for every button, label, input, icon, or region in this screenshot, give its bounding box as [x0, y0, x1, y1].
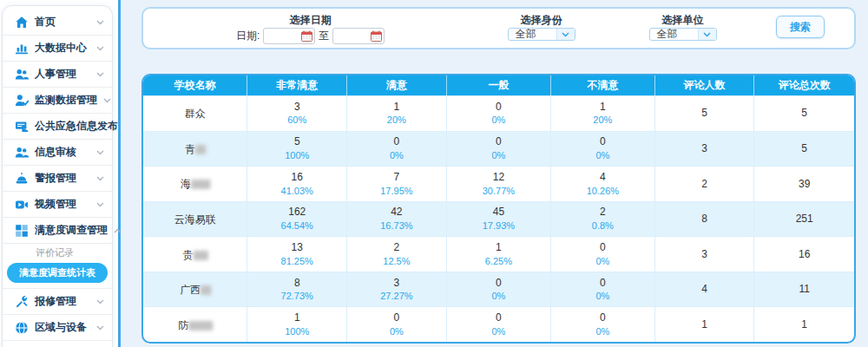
sidebar-item-label: 满意度调查管理	[35, 223, 108, 238]
date-from-input[interactable]	[263, 28, 315, 44]
sidebar-item-3[interactable]: 监测数据管理	[3, 88, 112, 114]
people-icon	[14, 68, 29, 82]
redacted-text: █████	[188, 321, 212, 330]
satisfied-cell: 212.5%	[347, 236, 447, 272]
chevron-down-icon	[556, 29, 575, 40]
person-check-icon	[14, 94, 29, 108]
commenters-cell: 3	[655, 131, 755, 167]
unsatisfied-cell: 20.8%	[551, 201, 655, 237]
neutral-cell: 00%	[447, 272, 551, 307]
sidebar-item-label: 首页	[35, 15, 90, 29]
main-content: 选择日期 日期: 至 选择身份 全部 选择单位 全部	[121, 0, 868, 347]
satisfied-cell: 120%	[347, 95, 447, 131]
sidebar-item-label: 视频管理	[35, 197, 90, 212]
satisfied-cell: 327.27%	[347, 272, 447, 307]
sidebar-item-label: 警报管理	[35, 171, 90, 186]
unit-filter-label: 选择单位	[662, 13, 704, 28]
sidebar-item-6[interactable]: 警报管理	[3, 166, 112, 192]
commenters-cell: 3	[655, 236, 755, 272]
very_satisfied-cell: 16264.54%	[247, 201, 347, 237]
globe-icon	[14, 321, 29, 335]
sidebar-item-0[interactable]: 首页	[3, 10, 112, 36]
total_comments-cell: 5	[754, 131, 854, 167]
identity-filter-label: 选择身份	[521, 13, 562, 28]
unit-filter-group: 选择单位 全部	[612, 11, 753, 45]
school-name-cell: 广西██	[143, 272, 247, 307]
home-icon	[14, 16, 29, 29]
sidebar-item-8[interactable]: 满意度调查管理	[3, 218, 112, 244]
total_comments-cell: 39	[754, 166, 854, 201]
sidebar-item-5[interactable]: 信息审核	[3, 140, 112, 166]
sidebar-item-label: 公共应急信息发布	[35, 119, 118, 134]
redacted-text: ██	[201, 285, 210, 294]
calendar-icon	[301, 30, 312, 42]
date-filter-group: 选择日期 日期: 至	[150, 11, 470, 45]
total_comments-cell: 251	[754, 201, 854, 237]
column-header: 非常满意	[247, 75, 347, 95]
table-row: 青██5100%00%00%00%35	[143, 131, 854, 167]
unsatisfied-cell: 410.26%	[551, 166, 655, 201]
identity-select[interactable]: 全部	[508, 28, 575, 41]
unsatisfied-cell: 00%	[551, 131, 655, 167]
sidebar-item-10[interactable]: 区域与设备	[3, 315, 112, 341]
very_satisfied-cell: 5100%	[247, 131, 347, 167]
neutral-cell: 00%	[447, 95, 551, 131]
school-name-cell: 青██	[143, 131, 247, 167]
unsatisfied-cell: 120%	[551, 95, 655, 131]
table-row: 广西██872.73%327.27%00%00%411	[143, 272, 854, 307]
sidebar-item-label: 监测数据管理	[35, 93, 97, 108]
very_satisfied-cell: 872.73%	[247, 272, 347, 307]
unit-select[interactable]: 全部	[649, 28, 717, 41]
very_satisfied-cell: 360%	[247, 95, 347, 131]
date-input-label: 日期:	[236, 29, 260, 43]
video-icon	[14, 198, 29, 212]
sidebar-subitem-0[interactable]: 评价记录	[3, 246, 112, 260]
sidebar-menu: 首页大数据中心人事管理监测数据管理公共应急信息发布信息审核警报管理视频管理满意度…	[3, 10, 112, 347]
total_comments-cell: 11	[754, 272, 854, 307]
redacted-text: ███	[194, 251, 207, 259]
column-header: 一般	[447, 75, 551, 95]
sidebar-item-label: 大数据中心	[35, 41, 90, 56]
unsatisfied-cell: 00%	[551, 272, 655, 307]
search-group: 搜索	[753, 11, 847, 45]
search-button[interactable]: 搜索	[776, 16, 825, 38]
table-row: 云海易联16264.54%4216.73%4517.93%20.8%8251	[143, 201, 854, 237]
sidebar-divider-rule	[118, 0, 121, 347]
sidebar-item-label: 人事管理	[35, 67, 90, 82]
commenters-cell: 5	[655, 95, 755, 131]
sidebar-item-1[interactable]: 大数据中心	[3, 36, 112, 62]
date-to-input[interactable]	[332, 28, 385, 44]
sidebar-subitem-1[interactable]: 满意度调查统计表	[7, 263, 108, 283]
sidebar: 首页大数据中心人事管理监测数据管理公共应急信息发布信息审核警报管理视频管理满意度…	[2, 5, 113, 347]
sidebar-item-7[interactable]: 视频管理	[3, 192, 112, 218]
school-name-cell: 贵███	[143, 236, 247, 272]
calendar-icon	[371, 30, 382, 42]
filter-bar: 选择日期 日期: 至 选择身份 全部 选择单位 全部	[141, 7, 856, 49]
very_satisfied-cell: 1641.03%	[247, 166, 347, 201]
neutral-cell: 1230.77%	[447, 166, 551, 201]
sidebar-item-9[interactable]: 报修管理	[3, 289, 112, 315]
very_satisfied-cell: 1100%	[247, 306, 347, 342]
alarm-icon	[14, 172, 29, 186]
satisfaction-table: 学校名称非常满意满意一般不满意评论人数评论总次数 群众360%120%00%12…	[143, 75, 854, 342]
school-name-cell: 海████	[143, 166, 247, 201]
school-name-cell: 云海易联	[143, 201, 247, 237]
column-header: 满意	[347, 75, 447, 95]
table-row: 海████1641.03%717.95%1230.77%410.26%239	[143, 166, 854, 201]
neutral-cell: 4517.93%	[447, 201, 551, 237]
total_comments-cell: 5	[754, 95, 854, 131]
sidebar-item-4[interactable]: 公共应急信息发布	[3, 114, 112, 140]
chevron-down-icon	[698, 29, 716, 40]
satisfied-cell: 717.95%	[347, 166, 447, 201]
total_comments-cell: 1	[754, 306, 854, 342]
chevron-down-icon	[96, 20, 104, 25]
chevron-down-icon	[96, 299, 104, 304]
commenters-cell: 1	[655, 306, 755, 342]
neutral-cell: 00%	[447, 131, 551, 167]
commenters-cell: 8	[655, 201, 755, 237]
chevron-down-icon	[96, 150, 104, 155]
sidebar-item-2[interactable]: 人事管理	[3, 62, 112, 88]
sidebar-item-11[interactable]: 系统管理	[3, 341, 112, 347]
identity-select-value: 全部	[509, 28, 556, 41]
redacted-text: ██	[195, 145, 205, 154]
